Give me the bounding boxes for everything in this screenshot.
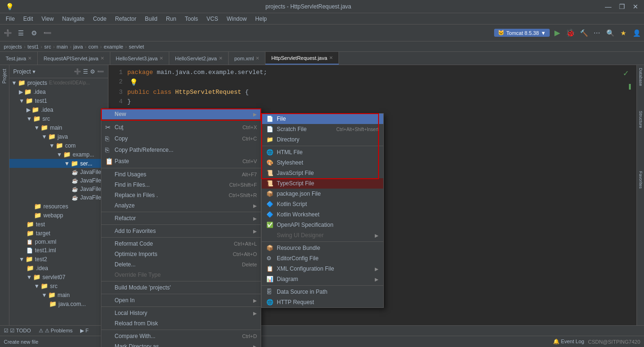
tree-item-idea2[interactable]: ▶ 📁 .idea xyxy=(9,105,108,114)
ctx-item-paste[interactable]: 📋 Paste Ctrl+V xyxy=(101,156,261,167)
sub-item-datasource[interactable]: 🗄 Data Source in Path xyxy=(262,287,383,297)
settings-button[interactable]: ⚙ xyxy=(28,27,40,39)
build-button[interactable]: 🔨 xyxy=(578,27,589,39)
sub-item-htmlfile[interactable]: 🌐 HTML File xyxy=(262,147,383,157)
menu-item-refactor[interactable]: Refactor xyxy=(111,15,140,23)
tree-item-javafile4[interactable]: ☕ JavaFile4 xyxy=(9,193,108,202)
tree-item-webapp[interactable]: 📁 webapp xyxy=(9,211,108,220)
star-button[interactable]: ★ xyxy=(618,27,629,39)
tab-close-icon[interactable]: ✕ xyxy=(159,56,163,61)
ctx-item-replaceinfiles[interactable]: Replace in Files . Ctrl+Shift+R xyxy=(101,190,261,200)
tree-item-test1iml[interactable]: 📄 test1.iml xyxy=(9,246,108,255)
ctx-item-copypath[interactable]: ⎘ Copy Path/Reference... xyxy=(101,144,261,156)
ctx-item-findinfiles[interactable]: Find in Files... Ctrl+Shift+F xyxy=(101,180,261,190)
ctx-item-markdirectoryas[interactable]: Mark Directory as ▶ xyxy=(101,341,261,347)
sidebar-settings-icon[interactable]: ⚙ xyxy=(90,68,95,75)
tab-HttpServletRequest-java[interactable]: HttpServletRequest.java✕ xyxy=(265,52,339,65)
sub-item-editorconfigfile[interactable]: ⚙ EditorConfig File xyxy=(262,253,383,264)
tree-item-com[interactable]: ▼ 📁 com xyxy=(9,141,108,150)
tab-pom-xml[interactable]: pom.xml✕ xyxy=(229,52,266,65)
tree-item-java[interactable]: ▼ 📁 java xyxy=(9,132,108,141)
minus-button[interactable]: ➖ xyxy=(41,27,53,39)
tree-item-idea3[interactable]: 📁 .idea xyxy=(9,264,108,273)
menu-item-navigate[interactable]: Navigate xyxy=(58,15,88,23)
menu-item-run[interactable]: Run xyxy=(162,15,180,23)
project-side-tab[interactable]: Project xyxy=(1,67,8,85)
ctx-item-findusages[interactable]: Find Usages Alt+F7 xyxy=(101,169,261,180)
tab-RequestAPIServlet-java[interactable]: RequestAPIServlet.java✕ xyxy=(38,52,110,65)
tree-item-javafile1[interactable]: ☕ JavaFile1 xyxy=(9,168,108,176)
lightbulb-icon[interactable]: 💡 xyxy=(130,78,138,86)
tree-item-idea1[interactable]: ▶ 📁 .idea xyxy=(9,87,108,96)
breadcrumb-part-test1[interactable]: test1 xyxy=(27,44,39,50)
favorites-side-tab[interactable]: Favorites xyxy=(637,168,644,191)
ctx-item-optimizeimports[interactable]: Optimize Imports Ctrl+Alt+O xyxy=(101,249,261,259)
breadcrumb-part-com[interactable]: com xyxy=(88,44,98,50)
tab-HelloServlet2-java[interactable]: HelloServlet2.java✕ xyxy=(169,52,229,65)
tree-item-src2[interactable]: ▼ 📁 src xyxy=(9,281,108,290)
ctx-item-copy[interactable]: ⎘ Copy Ctrl+C xyxy=(101,133,261,144)
tree-item-test1[interactable]: ▼ 📁 test1 xyxy=(9,96,108,105)
sub-item-httprequest[interactable]: 🌐 HTTP Request xyxy=(262,297,383,307)
profile-button[interactable]: 👤 xyxy=(631,27,642,39)
ctx-item-analyze[interactable]: Analyze ▶ xyxy=(101,200,261,211)
tab-close-icon[interactable]: ✕ xyxy=(28,56,32,61)
run-button[interactable]: ▶ xyxy=(552,27,563,39)
tree-item-target[interactable]: 📁 target xyxy=(9,229,108,238)
sidebar-minus-icon[interactable]: ➖ xyxy=(97,68,104,75)
debug-button[interactable]: 🐞 xyxy=(565,27,576,39)
tree-item-javafile3[interactable]: ☕ JavaFile3 xyxy=(9,185,108,193)
ctx-item-reloadfromdisk[interactable]: Reload from Disk xyxy=(101,318,261,329)
minimize-button[interactable]: — xyxy=(603,3,613,10)
sub-item-directory[interactable]: 📁 Directory xyxy=(262,134,383,145)
ctx-item-localhistory[interactable]: Local History ▶ xyxy=(101,308,261,318)
breadcrumb-part-servlet[interactable]: servlet xyxy=(129,44,144,50)
list-button[interactable]: ☰ xyxy=(15,27,26,39)
close-button[interactable]: ✕ xyxy=(631,3,640,10)
breadcrumb-part-example[interactable]: example xyxy=(104,44,124,50)
tree-item-servlet[interactable]: ▼ 📁 ser... xyxy=(9,159,108,168)
sub-item-resourcebundle[interactable]: 📦 Resource Bundle xyxy=(262,243,383,253)
tree-item-resources[interactable]: 📁 resources xyxy=(9,202,108,211)
sub-item-jsfile[interactable]: 📜 JavaScript File xyxy=(262,168,383,178)
ctx-item-new[interactable]: New ▶ xyxy=(101,109,261,119)
sidebar-list-icon[interactable]: ☰ xyxy=(83,68,88,75)
tab-close-icon[interactable]: ✕ xyxy=(256,56,259,61)
menu-item-window[interactable]: Window xyxy=(223,15,251,23)
create-new-file[interactable]: Create new file xyxy=(4,339,38,345)
tree-item-main2[interactable]: ▼ 📁 main xyxy=(9,290,108,299)
tree-item-test[interactable]: 📁 test xyxy=(9,220,108,229)
add-button[interactable]: ➕ xyxy=(2,27,13,39)
tomcat-selector[interactable]: 🐱 Tomcat 8.5.38 ▼ xyxy=(494,29,550,37)
sub-item-stylesheet[interactable]: 🎨 Stylesheet xyxy=(262,157,383,168)
menu-item-code[interactable]: Code xyxy=(89,15,110,23)
todo-button[interactable]: ☑ ☑ TODO xyxy=(4,328,31,334)
tree-item-test2[interactable]: ▼ 📁 test2 xyxy=(9,255,108,264)
breadcrumb-part-src[interactable]: src xyxy=(44,44,51,50)
ctx-item-openin[interactable]: Open In ▶ xyxy=(101,295,261,306)
tree-item-servlet07[interactable]: ▼ 📁 servlet07 xyxy=(9,273,108,281)
tree-item-javafile2[interactable]: ☕ JavaFile2 xyxy=(9,176,108,185)
search-button[interactable]: 🔍 xyxy=(604,27,616,39)
sub-item-kotlinworksheet[interactable]: 🔷 Kotlin Worksheet xyxy=(262,209,383,220)
menu-item-edit[interactable]: Edit xyxy=(19,15,37,23)
sub-item-openapispec[interactable]: ✅ OpenAPI Specification xyxy=(262,220,383,230)
tab-close-icon[interactable]: ✕ xyxy=(329,55,333,60)
ctx-item-cut[interactable]: ✂ Cut Ctrl+X xyxy=(101,122,261,133)
menu-item-vcs[interactable]: VCS xyxy=(203,15,222,23)
menu-item-tools[interactable]: Tools xyxy=(181,15,202,23)
tree-item-projects[interactable]: ▼ 📁 projects E:\codecs\IDEA\p... xyxy=(9,78,108,87)
event-log[interactable]: 🔔 Event Log xyxy=(553,339,585,345)
tree-item-pomxml[interactable]: 📋 pom.xml xyxy=(9,238,108,246)
sub-item-tsfile[interactable]: 📜 TypeScript File xyxy=(262,178,383,189)
ctx-item-reformat[interactable]: Reformat Code Ctrl+Alt+L xyxy=(101,239,261,249)
sub-item-diagram[interactable]: 📊 Diagram ▶ xyxy=(262,274,383,284)
sidebar-add-icon[interactable]: ➕ xyxy=(74,68,81,75)
menu-item-help[interactable]: Help xyxy=(251,15,271,23)
tab-close-icon[interactable]: ✕ xyxy=(100,56,104,61)
breadcrumb-part-projects[interactable]: projects xyxy=(4,44,22,50)
sub-item-scratchfile[interactable]: 📄 Scratch File Ctrl+Alt+Shift+Insert xyxy=(262,124,383,134)
maximize-button[interactable]: ❐ xyxy=(617,3,627,10)
menu-item-build[interactable]: Build xyxy=(141,15,161,23)
database-side-tab[interactable]: Database xyxy=(637,65,644,89)
